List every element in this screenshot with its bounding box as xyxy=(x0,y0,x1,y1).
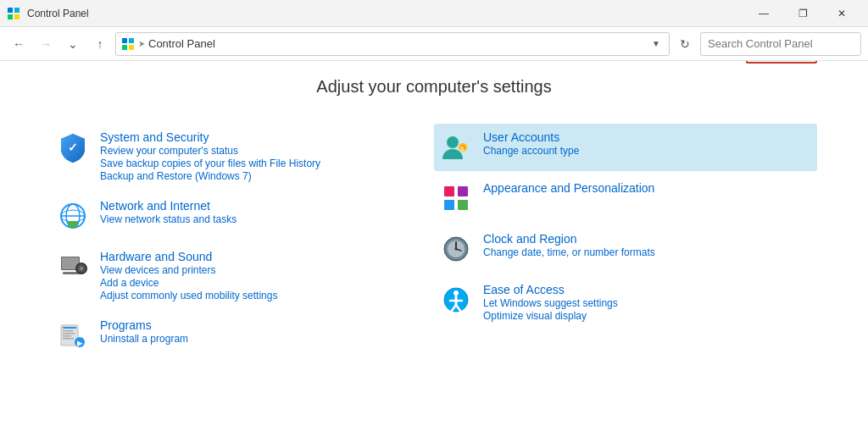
clock-region-link-1[interactable]: Change date, time, or number formats xyxy=(483,246,655,258)
svg-rect-4 xyxy=(122,38,127,43)
hardware-sound-icon xyxy=(56,250,90,284)
appearance-icon xyxy=(439,181,473,215)
svg-rect-14 xyxy=(70,226,76,228)
category-ease-of-access[interactable]: Ease of Access Let Windows suggest setti… xyxy=(434,276,817,329)
category-clock-region[interactable]: Clock and Region Change date, time, or n… xyxy=(434,225,817,273)
user-accounts-link-1[interactable]: Change account type xyxy=(483,145,579,157)
network-internet-title[interactable]: Network and Internet xyxy=(100,199,236,213)
svg-rect-24 xyxy=(63,333,75,335)
category-system-security[interactable]: ✓ System and Security Review your comput… xyxy=(51,124,434,189)
address-dropdown-arrow[interactable]: ▼ xyxy=(648,39,664,48)
svg-rect-34 xyxy=(458,186,468,196)
system-security-title[interactable]: System and Security xyxy=(100,130,320,144)
svg-rect-26 xyxy=(63,338,74,340)
svg-text:$: $ xyxy=(460,145,465,152)
clock-region-icon xyxy=(439,232,473,266)
user-accounts-icon: $ xyxy=(439,130,473,164)
svg-point-20 xyxy=(80,267,83,270)
programs-link-1[interactable]: Uninstall a program xyxy=(100,333,188,345)
system-security-link-3[interactable]: Backup and Restore (Windows 7) xyxy=(100,170,320,182)
svg-rect-0 xyxy=(8,8,13,13)
title-bar: Control Panel — ❐ ✕ xyxy=(0,0,868,27)
clock-region-title[interactable]: Clock and Region xyxy=(483,232,655,246)
system-security-icon: ✓ xyxy=(56,130,90,164)
svg-rect-3 xyxy=(14,14,19,19)
address-content: ➤ Control Panel xyxy=(121,37,648,51)
page-title: Adjust your computer's settings xyxy=(51,77,817,97)
user-accounts-text: User Accounts Change account type xyxy=(483,130,579,157)
restore-button[interactable]: ❐ xyxy=(783,0,822,27)
svg-rect-2 xyxy=(8,14,13,19)
system-security-link-1[interactable]: Review your computer's status xyxy=(100,145,320,157)
address-bar: ← → ⌄ ↑ ➤ Control Panel ▼ ↻ xyxy=(0,27,868,61)
svg-rect-1 xyxy=(14,8,19,13)
ease-of-access-link-1[interactable]: Let Windows suggest settings xyxy=(483,297,618,309)
close-button[interactable]: ✕ xyxy=(822,0,861,27)
app-icon xyxy=(7,7,20,20)
hardware-sound-link-3[interactable]: Adjust commonly used mobility settings xyxy=(100,290,277,301)
category-network-internet[interactable]: Network and Internet View network status… xyxy=(51,192,434,240)
svg-rect-13 xyxy=(68,221,78,226)
svg-rect-7 xyxy=(129,45,134,50)
main-content: View by: Category ▾ Adjust your computer… xyxy=(0,61,868,448)
search-input[interactable] xyxy=(700,32,861,56)
system-security-link-2[interactable]: Save backup copies of your files with Fi… xyxy=(100,158,320,169)
address-path: Control Panel xyxy=(148,37,215,50)
svg-rect-6 xyxy=(122,45,127,50)
svg-text:✓: ✓ xyxy=(68,141,78,154)
svg-rect-23 xyxy=(63,330,73,332)
network-internet-text: Network and Internet View network status… xyxy=(100,199,236,225)
appearance-text: Appearance and Personalization xyxy=(483,181,654,195)
category-user-accounts[interactable]: $ User Accounts Change account type xyxy=(434,124,817,171)
title-bar-left: Control Panel xyxy=(7,7,89,20)
category-hardware-sound[interactable]: Hardware and Sound View devices and prin… xyxy=(51,243,434,308)
svg-rect-33 xyxy=(444,186,454,196)
network-internet-link-1[interactable]: View network status and tasks xyxy=(100,213,236,225)
svg-text:▶: ▶ xyxy=(77,340,83,347)
svg-rect-5 xyxy=(129,38,134,43)
ease-of-access-icon xyxy=(439,283,473,317)
view-by-bar: View by: Category ▾ xyxy=(51,61,817,64)
network-internet-icon xyxy=(56,199,90,233)
svg-rect-25 xyxy=(63,335,71,337)
address-bar-input[interactable]: ➤ Control Panel ▼ xyxy=(115,32,670,56)
up-button[interactable]: ↑ xyxy=(88,32,112,56)
hardware-sound-text: Hardware and Sound View devices and prin… xyxy=(100,250,277,301)
ease-of-access-link-2[interactable]: Optimize visual display xyxy=(483,310,618,322)
forward-button[interactable]: → xyxy=(34,32,58,56)
address-cp-icon xyxy=(121,37,135,51)
left-column: ✓ System and Security Review your comput… xyxy=(51,124,434,359)
svg-point-42 xyxy=(455,248,458,251)
category-programs[interactable]: ▶ Programs Uninstall a program xyxy=(51,312,434,359)
svg-point-29 xyxy=(447,136,459,148)
programs-icon: ▶ xyxy=(56,318,90,352)
appearance-title[interactable]: Appearance and Personalization xyxy=(483,181,654,195)
view-by-button[interactable]: Category ▾ xyxy=(746,61,817,64)
programs-text: Programs Uninstall a program xyxy=(100,318,188,345)
ease-of-access-text: Ease of Access Let Windows suggest setti… xyxy=(483,283,618,322)
minimize-button[interactable]: — xyxy=(744,0,783,27)
refresh-button[interactable]: ↻ xyxy=(673,32,697,56)
svg-rect-35 xyxy=(444,200,454,210)
category-appearance[interactable]: Appearance and Personalization xyxy=(434,174,817,222)
right-column: $ User Accounts Change account type xyxy=(434,124,817,359)
categories-grid: ✓ System and Security Review your comput… xyxy=(51,124,817,359)
svg-rect-22 xyxy=(63,327,76,329)
back-button[interactable]: ← xyxy=(7,32,31,56)
clock-region-text: Clock and Region Change date, time, or n… xyxy=(483,232,655,258)
ease-of-access-title[interactable]: Ease of Access xyxy=(483,283,618,296)
title-text: Control Panel xyxy=(27,8,89,19)
hardware-sound-link-2[interactable]: Add a device xyxy=(100,277,277,289)
address-chevron: ➤ xyxy=(138,39,145,48)
hardware-sound-title[interactable]: Hardware and Sound xyxy=(100,250,277,263)
user-accounts-title[interactable]: User Accounts xyxy=(483,130,579,144)
svg-rect-36 xyxy=(458,200,468,210)
recent-locations-button[interactable]: ⌄ xyxy=(61,32,85,56)
title-bar-controls: — ❐ ✕ xyxy=(744,0,861,27)
programs-title[interactable]: Programs xyxy=(100,318,188,332)
svg-point-44 xyxy=(453,290,459,296)
hardware-sound-link-1[interactable]: View devices and printers xyxy=(100,264,277,276)
system-security-text: System and Security Review your computer… xyxy=(100,130,320,182)
